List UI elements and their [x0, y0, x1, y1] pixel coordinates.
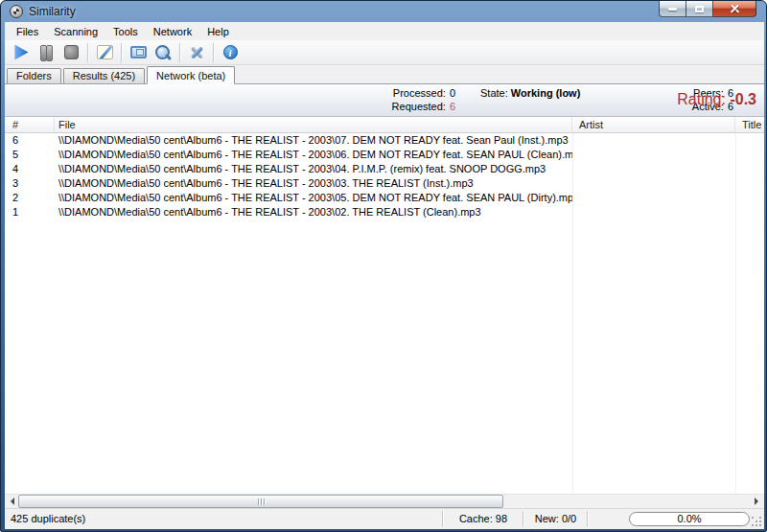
row-artist [572, 162, 735, 176]
options-button[interactable] [185, 42, 208, 63]
file-list[interactable]: 6 \\DIAMOND\Media\50 cent\Album6 - THE R… [5, 133, 764, 494]
rating-label: Rating: [677, 91, 726, 107]
tab-results[interactable]: Results (425) [63, 68, 145, 83]
state-value: Working (low) [511, 87, 581, 99]
info-button[interactable]: i [219, 42, 242, 63]
new-count: New: 0/0 [524, 513, 587, 524]
stop-icon [64, 45, 79, 59]
scrollbar-thumb[interactable] [18, 495, 503, 508]
stop-button[interactable] [59, 42, 82, 63]
client-area: Files Scanning Tools Network Help i Fold… [5, 22, 764, 529]
table-row[interactable]: 1 \\DIAMOND\Media\50 cent\Album6 - THE R… [5, 205, 764, 220]
window-controls [659, 1, 756, 17]
row-number: 2 [5, 191, 55, 205]
statusbar-separator [587, 511, 588, 527]
row-number: 3 [5, 176, 55, 191]
menu-files[interactable]: Files [9, 24, 46, 39]
close-icon [730, 4, 740, 14]
row-artist [572, 176, 735, 191]
row-number: 6 [5, 133, 55, 148]
toolbar-separator [87, 43, 88, 62]
search-button[interactable] [151, 42, 174, 63]
table-row[interactable]: 6 \\DIAMOND\Media\50 cent\Album6 - THE R… [5, 133, 764, 148]
table-header: # File Artist Title [5, 117, 764, 133]
cache-count: Cache: 98 [444, 513, 523, 524]
row-number: 5 [5, 148, 55, 162]
row-file-path: \\DIAMOND\Media\50 cent\Album6 - THE REA… [55, 176, 572, 191]
row-title [735, 162, 764, 176]
play-button[interactable] [10, 42, 33, 63]
row-title [735, 148, 764, 162]
edit-log-button[interactable] [93, 42, 116, 63]
menu-bar: Files Scanning Tools Network Help [5, 22, 764, 40]
tools-icon [189, 45, 205, 60]
maximize-icon [695, 6, 704, 12]
row-file-path: \\DIAMOND\Media\50 cent\Album6 - THE REA… [55, 148, 572, 162]
preview-button[interactable] [127, 42, 150, 63]
network-status-panel: Processed: 0 Requested: 6 State: Working… [5, 84, 764, 117]
title-bar[interactable]: Similarity [1, 1, 766, 22]
table-row[interactable]: 2 \\DIAMOND\Media\50 cent\Album6 - THE R… [5, 191, 764, 205]
pause-icon [39, 45, 54, 59]
processed-value: 0 [450, 87, 455, 101]
horizontal-scrollbar[interactable] [5, 494, 764, 508]
thumb-grip [261, 498, 262, 505]
scroll-right-button[interactable] [750, 495, 764, 508]
row-file-path: \\DIAMOND\Media\50 cent\Album6 - THE REA… [55, 162, 572, 176]
toolbar-separator [179, 43, 180, 62]
menu-scanning[interactable]: Scanning [46, 24, 105, 39]
row-file-path: \\DIAMOND\Media\50 cent\Album6 - THE REA… [55, 133, 572, 148]
row-artist [572, 191, 735, 205]
column-header-artist[interactable]: Artist [572, 117, 735, 132]
column-header-number[interactable]: # [5, 117, 55, 132]
pause-button[interactable] [35, 42, 58, 63]
toolbar-separator [121, 43, 122, 62]
search-icon [154, 45, 172, 60]
app-window: Similarity Files Scanning Tools Network … [0, 0, 767, 532]
close-button[interactable] [713, 1, 756, 17]
scroll-right-icon [755, 497, 762, 505]
row-number: 4 [5, 162, 55, 176]
table-row[interactable]: 3 \\DIAMOND\Media\50 cent\Album6 - THE R… [5, 176, 764, 191]
statusbar-separator [523, 511, 523, 527]
row-file-path: \\DIAMOND\Media\50 cent\Album6 - THE REA… [55, 205, 572, 220]
processed-requested-block: Processed: 0 Requested: 6 [327, 87, 455, 114]
info-icon: i [223, 45, 238, 59]
tab-folders[interactable]: Folders [7, 68, 61, 83]
column-header-title[interactable]: Title [735, 117, 764, 132]
state-label: State: [480, 87, 508, 99]
requested-label: Requested: [392, 101, 446, 114]
table-row[interactable]: 4 \\DIAMOND\Media\50 cent\Album6 - THE R… [5, 162, 764, 176]
minimize-button[interactable] [659, 1, 686, 17]
scroll-left-button[interactable] [5, 495, 19, 508]
app-icon [10, 5, 23, 18]
rating-display: Rating: -0.3 [677, 91, 756, 108]
rating-value: -0.3 [730, 91, 756, 107]
duplicates-count: 425 duplicate(s) [11, 513, 85, 524]
row-number: 1 [5, 205, 55, 220]
column-header-file[interactable]: File [55, 117, 572, 132]
tab-network[interactable]: Network (beta) [147, 66, 235, 84]
thumb-grip [258, 498, 259, 505]
menu-tools[interactable]: Tools [105, 24, 146, 39]
minimize-icon [668, 8, 677, 11]
requested-value: 6 [450, 101, 455, 114]
row-title [735, 176, 764, 191]
row-artist [572, 205, 735, 220]
toolbar-separator [213, 43, 214, 62]
maximize-button[interactable] [686, 1, 713, 17]
tab-strip: Folders Results (425) Network (beta) [5, 65, 764, 84]
play-icon [14, 45, 29, 60]
window-title: Similarity [29, 5, 76, 18]
toolbar: i [5, 40, 764, 65]
row-title [735, 191, 764, 205]
menu-network[interactable]: Network [146, 24, 199, 39]
thumb-grip [264, 498, 265, 505]
row-artist [572, 133, 735, 148]
table-row[interactable]: 5 \\DIAMOND\Media\50 cent\Album6 - THE R… [5, 148, 764, 162]
row-artist [572, 148, 735, 162]
resize-grip[interactable] [752, 517, 754, 519]
menu-help[interactable]: Help [199, 24, 237, 39]
progress-bar: 0.0% [629, 512, 750, 526]
row-file-path: \\DIAMOND\Media\50 cent\Album6 - THE REA… [55, 191, 572, 205]
